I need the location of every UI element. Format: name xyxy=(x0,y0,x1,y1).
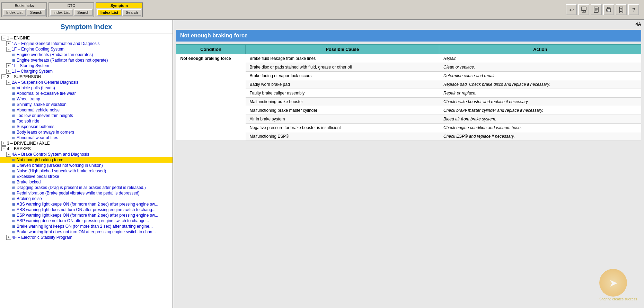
sidebar-item-suspension[interactable]: −2 – SUSPENSION xyxy=(0,74,173,80)
page-icon: ⊞ xyxy=(11,174,16,179)
tree-item-label: Engine overheats (Radiator fan does not … xyxy=(17,58,108,63)
tree-item-label: 4A – Brake Control System and Diagnosis xyxy=(12,152,89,157)
condition-header: Condition xyxy=(176,45,246,54)
sidebar-item-dragging-brakes[interactable]: ⊞Dragging brakes (Drag is present in all… xyxy=(0,185,173,190)
dtc-label: DTC xyxy=(49,3,94,8)
sidebar-item-brake-warning-on[interactable]: ⊞Brake warning light keeps ON (for more … xyxy=(0,224,173,229)
cause-cell: Malfunctioning brake booster xyxy=(246,98,439,106)
sidebar-item-braking-noise[interactable]: ⊞Braking noise xyxy=(0,196,173,201)
symptom-search-btn[interactable]: Search xyxy=(122,9,141,16)
bookmarks-label: Bookmarks xyxy=(2,3,46,8)
watermark-icon: ➤ xyxy=(599,269,627,297)
tree-item-label: ABS warning light does not turn ON after… xyxy=(17,207,156,212)
print-preview-icon[interactable] xyxy=(578,4,589,15)
sidebar-item-1i-starting[interactable]: +1I – Starting System xyxy=(0,63,173,69)
sidebar-item-abnormal-tire[interactable]: ⊞Abnormal or excessive tire wear xyxy=(0,91,173,96)
tree-item-label: Dragging brakes (Drag is present in all … xyxy=(17,185,146,190)
sidebar-item-too-low-trim[interactable]: ⊞Too low or uneven trim heights xyxy=(0,113,173,118)
sidebar-item-4a-brake[interactable]: −4A – Brake Control System and Diagnosis xyxy=(0,152,173,157)
sidebar-item-shimmy[interactable]: ⊞Shimmy, shake or vibration xyxy=(0,102,173,107)
sidebar-item-vehicle-pulls[interactable]: ⊞Vehicle pulls (Leads) xyxy=(0,85,173,91)
symptom-index-list-btn[interactable]: Index List xyxy=(97,9,122,16)
sidebar-item-abnormal-noise[interactable]: ⊞Abnormal vehicle noise xyxy=(0,107,173,113)
page-icon: ⊞ xyxy=(11,119,16,124)
sidebar-item-1f-cooling[interactable]: −1F – Engine Cooling System xyxy=(0,46,173,52)
sidebar-item-too-soft[interactable]: ⊞Too soft ride xyxy=(0,118,173,124)
sidebar-item-body-leans[interactable]: ⊞Body leans or sways in corners xyxy=(0,129,173,135)
cause-cell: Air in brake system xyxy=(246,115,439,124)
tree-item-label: Brake warning light does not turn ON aft… xyxy=(17,229,156,234)
sidebar-item-4f-esp[interactable]: +4F – Electronic Stability Program xyxy=(0,235,173,240)
bookmark-icon[interactable] xyxy=(616,4,627,15)
bookmarks-section: Bookmarks Index List Search xyxy=(1,2,47,17)
page-icon: ⊞ xyxy=(11,130,16,135)
sidebar-item-suspension-bottoms[interactable]: ⊞Suspension bottoms xyxy=(0,124,173,129)
tree-item-label: Pedal vibration (Brake pedal vibrates wh… xyxy=(17,191,140,196)
sidebar-item-abnormal-wear[interactable]: ⊞Abnormal wear of tires xyxy=(0,135,173,141)
sidebar-item-overheat-rad-off[interactable]: ⊞Engine overheats (Radiator fan does not… xyxy=(0,57,173,63)
dtc-section: DTC Index List Search xyxy=(48,2,94,17)
sidebar-item-brake-locked[interactable]: ⊞Brake locked xyxy=(0,179,173,185)
tree-item-label: 1F – Engine Cooling System xyxy=(12,47,64,52)
page-icon: ⊞ xyxy=(11,191,16,196)
print-icon[interactable] xyxy=(603,4,614,15)
page-icon: ⊞ xyxy=(11,229,16,234)
sidebar-item-wheel-tramp[interactable]: ⊞Wheel tramp xyxy=(0,96,173,102)
table-row: Negative pressure for brake booster is i… xyxy=(176,124,641,132)
tree-item-label: Not enough braking force xyxy=(17,157,63,162)
sidebar-item-1j-charging[interactable]: +1J – Charging System xyxy=(0,69,173,74)
cause-cell: Malfunctioning brake master cylinder xyxy=(246,106,439,115)
left-panel: Symptom Index −1 – ENGINE+1A – Engine Ge… xyxy=(0,20,173,308)
sidebar-item-not-enough-braking[interactable]: ⊞Not enough braking force xyxy=(0,157,173,163)
sidebar-item-noise-high-pitched[interactable]: ⊞Noise (High pitched squeak with brake r… xyxy=(0,168,173,174)
svg-rect-0 xyxy=(581,7,586,10)
sidebar-item-brake-warning-off[interactable]: ⊞Brake warning light does not turn ON af… xyxy=(0,229,173,235)
action-cell: Check engine condition and vacuum hose. xyxy=(439,124,641,132)
tree-item-label: Wheel tramp xyxy=(17,97,40,101)
expand-icon: + xyxy=(6,41,11,46)
tree-scroll[interactable]: −1 – ENGINE+1A – Engine General Informat… xyxy=(0,34,173,308)
watermark: ➤ Sharing creates success xyxy=(599,269,637,301)
tree-item-label: ESP warning light keeps ON (for more tha… xyxy=(17,213,158,218)
cause-cell: Badly worn brake pad xyxy=(246,80,439,89)
symptom-label: Symptom xyxy=(96,3,142,8)
sidebar-item-pedal-vibration[interactable]: ⊞Pedal vibration (Brake pedal vibrates w… xyxy=(0,190,173,196)
tree-item-label: Abnormal vehicle noise xyxy=(17,108,60,112)
table-row: Brake disc or pads stained with fluid, g… xyxy=(176,63,641,72)
document-icon[interactable] xyxy=(591,4,602,15)
tree-item-label: Shimmy, shake or vibration xyxy=(17,102,67,107)
sidebar-item-engine[interactable]: −1 – ENGINE xyxy=(0,35,173,41)
sidebar-item-excessive-pedal[interactable]: ⊞Excessive pedal stroke xyxy=(0,174,173,179)
action-header: Action xyxy=(439,45,641,54)
back-icon[interactable]: ↩ xyxy=(566,4,577,15)
sidebar-item-2a-suspension[interactable]: −2A – Suspension General Diagnosis xyxy=(0,80,173,85)
bookmarks-index-list-btn[interactable]: Index List xyxy=(3,9,26,16)
dtc-index-list-btn[interactable]: Index List xyxy=(50,9,73,16)
sidebar-item-abs-warning-on[interactable]: ⊞ABS warning light keeps ON (for more th… xyxy=(0,201,173,207)
page-icon: ⊞ xyxy=(11,202,16,207)
table-row: Badly worn brake padReplace pad. Check b… xyxy=(176,80,641,89)
help-icon[interactable]: ? xyxy=(628,4,639,15)
sidebar-item-driveline[interactable]: +3 – DRIVELINE / AXLE xyxy=(0,141,173,146)
svg-rect-1 xyxy=(582,10,585,12)
sidebar-item-uneven-braking[interactable]: ⊞Uneven braking (Brakes not working in u… xyxy=(0,163,173,168)
top-toolbar: Bookmarks Index List Search DTC Index Li… xyxy=(0,0,644,20)
action-cell: Check ESP® and replace if necessary. xyxy=(439,132,641,141)
sidebar-item-overheat-rad-on[interactable]: ⊞Engine overheats (Radiator fan operates… xyxy=(0,52,173,57)
action-cell: Bleed air from brake system. xyxy=(439,115,641,124)
sidebar-item-esp-warning-off[interactable]: ⊞ESP warning dose not turn ON after pres… xyxy=(0,218,173,224)
tree-item-label: Suspension bottoms xyxy=(17,124,54,129)
sidebar-item-brakes[interactable]: −4 – BRAKES xyxy=(0,146,173,152)
sidebar-item-1a-engine[interactable]: +1A – Engine General Information and Dia… xyxy=(0,41,173,46)
collapse-icon: − xyxy=(1,74,6,79)
bookmarks-search-btn[interactable]: Search xyxy=(27,9,46,16)
collapse-icon: − xyxy=(1,36,6,40)
content-title: Not enough braking force xyxy=(176,30,641,42)
sidebar-title: Symptom Index xyxy=(0,20,173,34)
page-icon: ⊞ xyxy=(11,135,16,140)
dtc-search-btn[interactable]: Search xyxy=(74,9,93,16)
tree-item-label: Body leans or sways in corners xyxy=(17,130,74,135)
action-cell: Check brake master cylinder and replace … xyxy=(439,106,641,115)
sidebar-item-abs-warning-off[interactable]: ⊞ABS warning light does not turn ON afte… xyxy=(0,207,173,212)
sidebar-item-esp-warning-on[interactable]: ⊞ESP warning light keeps ON (for more th… xyxy=(0,212,173,218)
